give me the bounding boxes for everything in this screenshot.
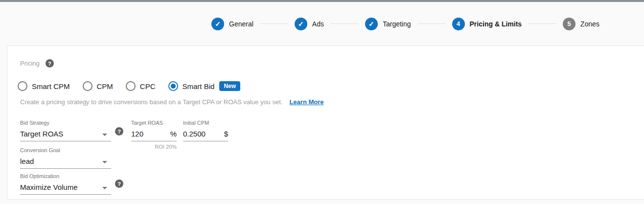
radio-icon (83, 81, 92, 91)
step-number-badge: 5 (563, 18, 575, 30)
dollar-suffix: $ (224, 130, 228, 138)
step-label: Targeting (383, 20, 411, 28)
pricing-card: Pricing ? Smart CPM CPM CPC Smart Bid Ne… (7, 45, 644, 200)
bid-optimization-label: Bid Optimization (20, 174, 111, 179)
chevron-down-icon (102, 187, 107, 189)
radio-icon (18, 81, 27, 91)
conversion-goal-select[interactable]: lead (20, 156, 111, 169)
help-icon-bid-optimization[interactable]: ? (115, 180, 123, 188)
percent-suffix: % (170, 130, 177, 138)
target-roas-field: Target ROAS 120 % ROI 20% (131, 120, 177, 150)
radio-icon (126, 81, 136, 91)
radio-option-cpc[interactable]: CPC (126, 81, 156, 91)
radio-option-smart-bid[interactable]: Smart Bid New (168, 81, 241, 91)
description-text: Create a pricing strategy to drive conve… (20, 98, 282, 106)
step-label: Pricing & Limits (470, 20, 522, 28)
step-label: General (229, 20, 253, 28)
chevron-down-icon (102, 134, 107, 136)
bid-strategy-label: Bid Strategy (20, 120, 111, 126)
radio-selected-icon (168, 81, 178, 91)
step-number-badge: 4 (452, 18, 465, 30)
conversion-goal-field: Conversion Goal lead (20, 148, 111, 169)
radio-label: CPM (97, 82, 113, 91)
bid-strategy-select[interactable]: Target ROAS (20, 129, 111, 141)
conversion-goal-label: Conversion Goal (20, 148, 111, 153)
radio-label: Smart CPM (32, 82, 70, 91)
step-ads[interactable]: ✓ Ads (295, 18, 324, 30)
step-general[interactable]: ✓ General (211, 18, 253, 30)
target-roas-value: 120 (131, 130, 143, 138)
pricing-section-header: Pricing ? (20, 59, 54, 68)
step-label: Ads (312, 20, 324, 28)
initial-cpm-value: 0.2500 (183, 130, 206, 138)
radio-option-smart-cpm[interactable]: Smart CPM (18, 81, 70, 91)
radio-label: CPC (140, 82, 156, 91)
wizard-stepper: ✓ General ✓ Ads ✓ Targeting 4 Pricing & … (0, 2, 644, 45)
bid-optimization-value: Maximize Volume (20, 183, 78, 191)
step-label: Zones (580, 20, 599, 28)
step-connector (528, 23, 556, 24)
conversion-goal-value: lead (20, 157, 34, 165)
bid-strategy-field: Bid Strategy Target ROAS (20, 120, 111, 141)
learn-more-link[interactable]: Learn More (289, 98, 323, 106)
step-connector (330, 23, 359, 24)
pricing-description: Create a pricing strategy to drive conve… (20, 98, 324, 106)
target-roas-input[interactable]: 120 % (131, 129, 177, 141)
step-targeting[interactable]: ✓ Targeting (365, 18, 411, 30)
step-zones[interactable]: 5 Zones (563, 18, 599, 30)
bid-strategy-value: Target ROAS (20, 130, 63, 138)
radio-option-cpm[interactable]: CPM (83, 81, 113, 91)
bid-optimization-select[interactable]: Maximize Volume (20, 182, 111, 195)
help-icon-pricing[interactable]: ? (46, 59, 54, 68)
target-roas-label: Target ROAS (131, 120, 177, 126)
initial-cpm-field: Initial CPM 0.2500 $ (183, 120, 228, 141)
step-connector (260, 23, 288, 24)
step-connector (417, 23, 446, 24)
check-icon: ✓ (295, 18, 307, 30)
new-badge: New (219, 81, 240, 91)
bid-optimization-field: Bid Optimization Maximize Volume (20, 174, 111, 195)
help-icon-bid-strategy[interactable]: ? (115, 127, 123, 136)
step-pricing-limits[interactable]: 4 Pricing & Limits (452, 18, 522, 30)
pricing-model-radio-group: Smart CPM CPM CPC Smart Bid New (18, 81, 253, 91)
check-icon: ✓ (365, 18, 378, 30)
chevron-down-icon (102, 161, 107, 163)
initial-cpm-label: Initial CPM (183, 120, 228, 126)
initial-cpm-input[interactable]: 0.2500 $ (183, 129, 228, 141)
check-icon: ✓ (211, 18, 224, 30)
roi-helper-text: ROI 20% (131, 144, 177, 150)
pricing-section-label: Pricing (20, 60, 40, 67)
radio-label: Smart Bid (183, 82, 215, 91)
